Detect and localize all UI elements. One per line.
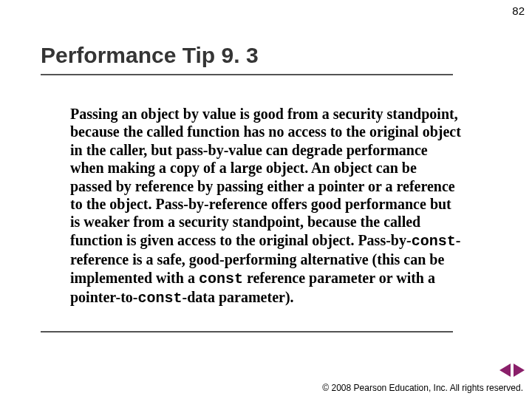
footer-text-1: 2008 Pearson Education, Inc. bbox=[329, 383, 449, 393]
bottom-rule bbox=[41, 331, 453, 332]
body-seg-4: -data parameter). bbox=[182, 289, 293, 305]
footer-copyright: © 2008 Pearson Education, Inc. All right… bbox=[322, 383, 523, 393]
title-underline bbox=[41, 74, 453, 75]
footer-text-2: All rights reserved. bbox=[450, 383, 523, 393]
body-paragraph: Passing an object by value is good from … bbox=[70, 105, 462, 307]
const-keyword-3: const bbox=[137, 290, 182, 307]
slide-nav bbox=[499, 364, 525, 377]
copyright-symbol: © bbox=[322, 383, 329, 393]
slide-title: Performance Tip 9. 3 bbox=[41, 43, 259, 68]
page-number: 82 bbox=[512, 4, 525, 17]
prev-arrow-icon[interactable] bbox=[499, 364, 511, 377]
const-keyword-1: const bbox=[412, 233, 456, 250]
slide-page: 82 Performance Tip 9. 3 Passing an objec… bbox=[0, 0, 532, 399]
next-arrow-icon[interactable] bbox=[514, 364, 525, 377]
const-keyword-2: const bbox=[199, 270, 243, 287]
body-seg-1: Passing an object by value is good from … bbox=[70, 106, 461, 248]
